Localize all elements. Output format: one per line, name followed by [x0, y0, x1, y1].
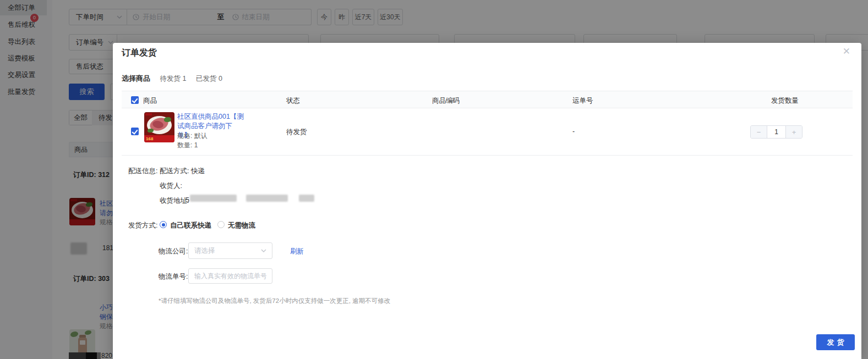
goods-table: 商品 状态 商品编码 运单号 发货数量 168 社区直供商品00: [122, 91, 853, 156]
address-partial: 5: [185, 196, 189, 204]
tracking-no-input[interactable]: [188, 268, 272, 284]
status-text: 待发货: [286, 128, 307, 137]
tracking-no-label: 物流单号:: [159, 272, 188, 281]
waybill-value: -: [572, 128, 575, 135]
redacted-address-block: [190, 195, 237, 202]
modal-title: 订单发货: [122, 47, 157, 59]
row-checkbox[interactable]: [131, 128, 139, 135]
ship-order-modal: 订单发货 ✕ 选择商品 待发货 1 已发货 0 商品 状态 商品编码 运单号 发…: [113, 43, 861, 359]
refresh-link[interactable]: 刷新: [290, 247, 304, 256]
image-tag: [145, 113, 152, 115]
radio-label-self-contact[interactable]: 自己联系快递: [170, 221, 211, 230]
select-goods-row: 选择商品 待发货 1 已发货 0: [122, 74, 222, 84]
ship-note: *请仔细填写物流公司及物流单号, 发货后72小时内仅支持做一次更正, 逾期不可修…: [159, 297, 390, 305]
logistics-company-label: 物流公司:: [159, 247, 188, 256]
plus-button[interactable]: +: [785, 126, 802, 138]
minus-button[interactable]: −: [751, 126, 767, 138]
shipped-count: 已发货 0: [196, 75, 222, 82]
close-icon[interactable]: ✕: [843, 46, 850, 57]
radio-no-logistics[interactable]: [217, 221, 225, 228]
ship-qty-stepper: − +: [750, 125, 803, 139]
product-qty: 数量: 1: [177, 141, 198, 150]
receiver-label: 收货人:: [160, 181, 182, 191]
ship-method-label: 发货方式:: [128, 221, 157, 230]
delivery-section-label: 配送信息:: [128, 167, 157, 176]
image-price-tag: 168: [146, 136, 153, 141]
ship-qty-input[interactable]: [767, 126, 785, 138]
select-all-checkbox[interactable]: [131, 96, 139, 104]
product-spec: 规格: 默认: [177, 131, 208, 141]
radio-self-contact-courier[interactable]: [160, 221, 167, 228]
delivery-method: 配送方式: 快递: [160, 167, 205, 176]
select-goods-label: 选择商品: [122, 74, 150, 82]
table-header: 商品 状态 商品编码 运单号 发货数量: [122, 91, 853, 108]
redacted-address-block: [246, 195, 288, 202]
redacted-address-block: [299, 195, 314, 202]
radio-label-no-logistics[interactable]: 无需物流: [228, 221, 255, 230]
address-label: 收货地址:: [160, 196, 189, 206]
ship-submit-button[interactable]: 发货: [816, 334, 855, 350]
chevron-down-icon: [261, 249, 266, 252]
table-row: 168 社区直供商品001【测试商品客户请勿下单】 规格: 默认 数量: 1 待…: [122, 108, 853, 156]
pending-count: 待发货 1: [160, 75, 186, 82]
logistics-company-select[interactable]: 请选择: [188, 242, 272, 259]
product-image: 168: [144, 112, 174, 142]
app-screen: 全部订单 售后维权 0 导出列表 运费模板 交易设置 批量发货 下单时间 开始日…: [0, 0, 868, 359]
